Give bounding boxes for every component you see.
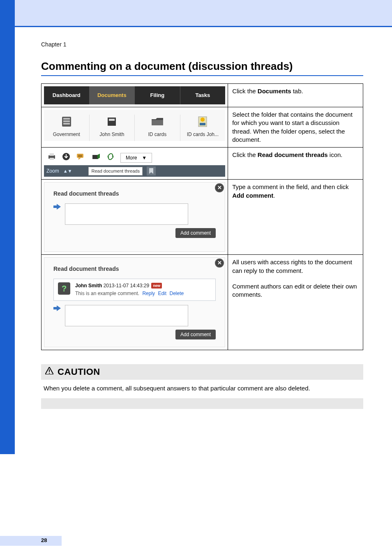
crumb-id-cards-label: ID cards: [148, 132, 166, 137]
page-number-band: [0, 536, 62, 546]
comment-item: ? John Smith 2013-11-07 14:43:29 new Thi…: [53, 279, 216, 300]
section-heading: Commenting on a document (discussion thr…: [41, 60, 363, 73]
download-icon[interactable]: [62, 152, 70, 163]
dialog-title: Read document threads: [53, 190, 216, 198]
crumb-id-cards[interactable]: ID cards: [135, 115, 180, 141]
comment-dialog-empty: ✕ Read document threads Add comment: [44, 182, 225, 252]
heading-rule: [41, 75, 363, 76]
more-button-label: More: [126, 155, 137, 161]
svg-rect-19: [49, 369, 50, 372]
step1-desc-prefix: Click the: [232, 88, 258, 95]
crumb-government-label: Government: [53, 132, 80, 137]
caution-box: CAUTION When you delete a comment, all s…: [41, 364, 363, 409]
tab-filing[interactable]: Filing: [135, 86, 180, 104]
crumb-document[interactable]: ID cards Joh...: [180, 115, 226, 141]
warning-icon: [45, 367, 53, 376]
tab-tasks[interactable]: Tasks: [180, 86, 226, 104]
step4-desc-suffix: .: [273, 192, 275, 199]
comment-textarea[interactable]: [65, 203, 188, 225]
step5-desc: All users with access rights to the docu…: [228, 255, 363, 350]
comment-text: This is an example comment.: [75, 291, 139, 296]
close-icon[interactable]: ✕: [215, 259, 224, 268]
avatar: ?: [58, 282, 70, 295]
svg-rect-6: [152, 120, 163, 125]
read-threads-icon[interactable]: [76, 152, 86, 163]
crumb-john-smith[interactable]: John Smith: [90, 115, 135, 141]
step4-desc-prefix: Type a comment in the field, and then cl…: [232, 183, 348, 190]
chapter-label: Chapter 1: [41, 41, 363, 48]
zoom-label: Zoom: [46, 168, 59, 174]
reply-arrow-icon: [53, 305, 61, 313]
tab-dashboard[interactable]: Dashboard: [44, 86, 90, 104]
svg-rect-14: [77, 154, 83, 158]
step3-desc: Click the Read document threads icon.: [228, 148, 363, 180]
add-comment-button[interactable]: Add comment: [175, 228, 216, 238]
svg-rect-12: [50, 158, 54, 160]
step5-desc-line2: Comment authors can edit or delete their…: [232, 282, 359, 299]
step2-desc: Select the folder that contains the docu…: [228, 107, 363, 148]
step3-desc-bold: Read document threads: [258, 151, 328, 158]
svg-rect-20: [49, 373, 50, 374]
step1-desc-suffix: tab.: [291, 88, 303, 95]
more-button[interactable]: More ▼: [120, 153, 152, 163]
step1-desc-bold: Documents: [258, 88, 291, 95]
crumb-government[interactable]: Government: [44, 115, 90, 141]
cabinet-icon: [44, 115, 89, 129]
edit-link[interactable]: Edit: [158, 291, 166, 296]
link-icon[interactable]: [106, 152, 115, 163]
step4-desc-bold: Add comment: [232, 192, 273, 199]
svg-rect-15: [78, 155, 82, 156]
breadcrumb-bar: Government John Smith ID cards: [44, 110, 225, 141]
crumb-john-smith-label: John Smith: [99, 132, 124, 137]
step1-desc: Click the Documents tab.: [228, 84, 363, 107]
tab-bar: Dashboard Documents Filing Tasks: [44, 86, 225, 104]
svg-rect-1: [63, 118, 70, 120]
svg-marker-18: [97, 154, 100, 159]
print-icon[interactable]: [47, 152, 56, 163]
comment-author: John Smith: [75, 283, 102, 289]
tab-documents[interactable]: Documents: [90, 86, 135, 104]
svg-rect-9: [200, 123, 205, 125]
svg-rect-11: [50, 153, 54, 156]
step3-desc-prefix: Click the: [232, 151, 258, 158]
delete-link[interactable]: Delete: [169, 291, 184, 296]
svg-rect-2: [63, 120, 70, 122]
step4-desc: Type a comment in the field, and then cl…: [228, 180, 363, 255]
svg-rect-17: [92, 155, 98, 159]
reply-arrow-icon: [53, 203, 61, 212]
zoom-stepper[interactable]: ▲▼: [63, 168, 72, 174]
reply-link[interactable]: Reply: [142, 291, 155, 296]
caution-label: CAUTION: [58, 367, 100, 377]
step5-desc-line1: All users with access rights to the docu…: [232, 258, 359, 275]
comment-dialog-with-comment: ✕ Read document threads ? John Smith 201…: [44, 257, 225, 347]
chevron-down-icon: ▼: [142, 155, 147, 161]
read-threads-tooltip: Read document threads: [88, 167, 142, 175]
svg-rect-16: [78, 156, 82, 157]
comment-body: This is an example comment. Reply Edit D…: [75, 290, 184, 297]
svg-rect-5: [109, 119, 115, 121]
caution-footer-band: [41, 398, 363, 409]
svg-rect-3: [63, 123, 70, 125]
page-number: 28: [41, 537, 47, 543]
svg-point-8: [201, 118, 205, 122]
bookmark-icon[interactable]: [147, 166, 156, 175]
comment-textarea[interactable]: [65, 305, 188, 326]
toolbar-screenshot: More ▼ Zoom ▲▼ Read document threads: [44, 150, 225, 177]
comment-meta: John Smith 2013-11-07 14:43:29 new: [75, 282, 184, 289]
folder-icon: [135, 115, 180, 129]
close-icon[interactable]: ✕: [215, 183, 224, 192]
edit-icon[interactable]: [92, 152, 101, 163]
drawer-icon: [90, 115, 135, 129]
document-thumbnail-icon: [180, 115, 226, 129]
dialog-title: Read document threads: [53, 265, 216, 273]
add-comment-button[interactable]: Add comment: [175, 330, 216, 339]
caution-body: When you delete a comment, all subsequen…: [41, 380, 363, 392]
step3-desc-suffix: icon.: [328, 151, 343, 158]
new-badge: new: [151, 283, 162, 289]
steps-table: Dashboard Documents Filing Tasks Click t…: [41, 83, 363, 350]
comment-timestamp: 2013-11-07 14:43:29: [104, 283, 149, 289]
crumb-document-label: ID cards Joh...: [187, 132, 219, 137]
